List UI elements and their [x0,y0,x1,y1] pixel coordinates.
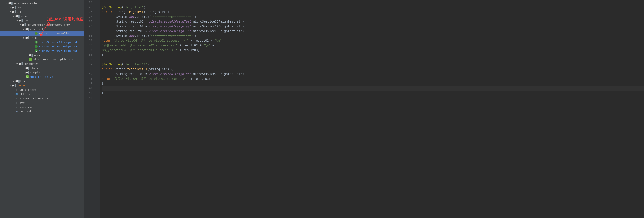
folder-icon: ▉ [26,71,29,74]
line-number: 29 [84,24,97,28]
collapse-arrow-icon[interactable] [10,10,12,13]
code-editor[interactable]: 2425262728293031323334353637383940414243… [84,0,644,218]
tree-item-microservice03feigntest[interactable]: IMicroService03FeignTest [0,48,84,53]
code-line-39[interactable]: String result01 = microService01FeignTes… [102,72,644,76]
code-line-30[interactable]: String result03 = microService03FeignTes… [102,28,644,33]
tree-item--gitignore[interactable]: ▯.gitignore [0,88,84,92]
code-line-25[interactable]: @GetMapping("feignTest") [102,5,644,10]
line-number: 28 [84,19,97,24]
tree-item-java[interactable]: ▉java [0,18,84,22]
collapse-arrow-icon[interactable] [16,63,19,65]
folder-icon: ▉ [12,10,16,14]
code-line-31[interactable]: System.out.println("==========9=========… [102,33,644,38]
line-number: 30 [84,28,97,33]
tree-item-mvnw-cmd[interactable]: ▯mvnw.cmd [0,105,84,109]
code-line-33[interactable]: "我是service04, 调用 service02 success -> " … [102,43,644,48]
collapse-arrow-icon[interactable] [13,15,15,17]
expand-arrow-icon[interactable] [13,80,15,82]
collapse-arrow-icon[interactable] [16,19,19,22]
code-line-27[interactable]: System.out.println("==========6=========… [102,14,644,19]
tree-item-mvnw[interactable]: ▯mvnw [0,100,84,105]
tree-item-pom-xml[interactable]: mpom.xml [0,109,84,114]
file-icon: ▯ [15,101,19,104]
tree-item-feigntestcontroller[interactable]: CFeignTestController [0,31,84,36]
collapse-arrow-icon[interactable] [23,36,25,39]
tree-item-com-example-microservice04[interactable]: ▉com.example.microservice04 [0,22,84,27]
tree-item-microservice02feigntest[interactable]: IMicroService02FeignTest [0,44,84,48]
line-number: 40 [84,76,97,81]
tree-item-feign[interactable]: ▉feign [0,36,84,40]
tree-item-help-md[interactable]: MDHELP.md [0,92,84,96]
tree-item-label: application.yml [30,75,55,78]
tree-item-resources[interactable]: ▉resources [0,62,84,66]
tree-item-label: feign [30,36,38,40]
tree-item-microservice04[interactable]: ▉microservice04 [0,1,84,5]
expand-arrow-icon[interactable] [10,84,12,87]
line-number: 34 [84,48,97,52]
tree-item-label: pom.xml [20,110,32,113]
code-line-28[interactable]: String result01 = microService01FeignTes… [102,19,644,24]
folder-icon: ▉ [19,62,22,66]
code-line-32[interactable]: return "我是service04, 调用 service01 succes… [102,38,644,43]
code-area[interactable]: @GetMapping("feignTest") public String f… [100,0,644,218]
tree-item-templates[interactable]: ▉templates [0,70,84,74]
tree-item-test[interactable]: ▉test [0,79,84,83]
tree-item-label: FeignTestController [38,32,71,35]
tree-item-static[interactable]: ▉static [0,66,84,70]
tree-item-label: .mvn [16,6,23,9]
tree-item-microservice01feigntest[interactable]: IMicroService01FeignTest [0,40,84,44]
collapse-arrow-icon[interactable] [23,28,25,30]
tree-item-label: mvnw.cmd [20,106,33,109]
code-line-29[interactable]: String result02 = microService02FeignTes… [102,24,644,28]
tree-item-main[interactable]: ▉main [0,14,84,18]
line-number: 39 [84,72,97,76]
tree-item-microservice04-iml[interactable]: ▯microservice04.iml [0,96,84,100]
tree-item-controller[interactable]: ▉controller [0,27,84,31]
line-number: 24 [84,0,97,5]
code-line-24[interactable] [102,0,644,5]
code-line-41[interactable]: } [102,81,644,86]
project-tree[interactable]: 通过feign调用其他服务 ▉microservice04▉.mvn▉src▉m… [0,0,84,218]
tree-item--mvn[interactable]: ▉.mvn [0,5,84,10]
tree-item-application-yml[interactable]: ⬡application.yml [0,74,84,79]
tree-item-label: MicroService03FeignTest [38,49,78,52]
code-line-35[interactable]: } [102,52,644,57]
line-number: 43 [84,90,97,95]
code-line-38[interactable]: public String feignTest01(String str) { [102,67,644,72]
interface-icon: I [35,40,38,44]
tree-item-microservice04application[interactable]: ⬡Microservice04Application [0,57,84,62]
tree-item-label: test [20,80,27,83]
folder-icon: ▉ [16,79,19,83]
tree-item-target[interactable]: ▉target [0,83,84,88]
code-line-40[interactable]: return "我是service04, 调用 service01 succes… [102,76,644,81]
collapse-arrow-icon[interactable] [20,24,22,26]
code-line-44[interactable] [102,95,644,100]
code-line-36[interactable] [102,57,644,62]
file-icon: ▯ [15,105,19,109]
ide-window: 通过feign调用其他服务 ▉microservice04▉.mvn▉src▉m… [0,0,644,218]
code-line-37[interactable]: @GetMapping("feignTest01") [102,62,644,67]
tree-item-label: .gitignore [20,88,36,92]
package-icon: ▉ [29,53,32,57]
class-icon: C [35,32,38,35]
line-number: 35 [84,52,97,57]
tree-item-service[interactable]: ▉service [0,53,84,57]
file-icon: ▯ [15,88,19,92]
code-line-43[interactable]: } [102,90,644,95]
code-line-26[interactable]: public String feignTest(String str) { [102,10,644,14]
file-icon: ▯ [15,97,19,100]
tree-item-label: templates [30,71,45,74]
folder-icon: ▉ [9,1,12,5]
line-number: 33 [84,43,97,48]
expand-arrow-icon[interactable] [10,6,12,9]
spring-icon: ⬡ [29,58,32,61]
line-number: 25 [84,5,97,10]
code-line-34[interactable]: "我是service04, 调用 service03 success -> " … [102,48,644,52]
collapse-arrow-icon[interactable] [6,2,8,4]
tree-item-src[interactable]: ▉src [0,10,84,14]
line-number: 38 [84,67,97,72]
code-line-42[interactable] [102,86,644,90]
line-number: 32 [84,38,97,43]
tree-item-label: HELP.md [20,92,32,96]
tree-item-label: microservice04.iml [20,97,50,100]
